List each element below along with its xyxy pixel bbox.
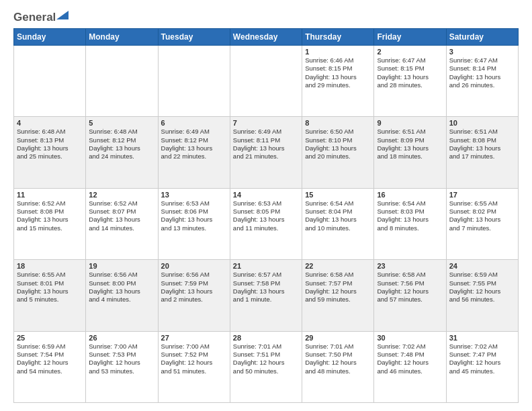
calendar-cell: 18Sunrise: 6:55 AMSunset: 8:01 PMDayligh… bbox=[14, 260, 86, 331]
day-info: Daylight: 12 hours bbox=[17, 359, 83, 367]
day-info: Daylight: 13 hours bbox=[161, 144, 227, 152]
day-info: and 15 minutes. bbox=[17, 224, 83, 232]
calendar-cell: 3Sunrise: 6:47 AMSunset: 8:14 PMDaylight… bbox=[446, 46, 518, 117]
day-info: Sunset: 8:10 PM bbox=[305, 136, 371, 144]
day-info: Daylight: 13 hours bbox=[89, 287, 154, 295]
day-info: Sunset: 8:01 PM bbox=[17, 279, 83, 287]
calendar-cell: 7Sunrise: 6:49 AMSunset: 8:11 PMDaylight… bbox=[230, 117, 302, 188]
day-info: Sunrise: 7:00 AM bbox=[161, 342, 227, 351]
day-info: Daylight: 12 hours bbox=[449, 359, 515, 367]
weekday-header-friday: Friday bbox=[374, 29, 446, 46]
day-info: Sunrise: 6:53 AM bbox=[233, 199, 299, 208]
day-info: Sunset: 7:51 PM bbox=[233, 351, 299, 359]
day-number: 28 bbox=[233, 334, 299, 342]
day-info: Sunrise: 6:48 AM bbox=[89, 128, 154, 136]
day-number: 21 bbox=[233, 262, 299, 270]
calendar-cell: 30Sunrise: 7:02 AMSunset: 7:48 PMDayligh… bbox=[374, 331, 446, 402]
day-info: Daylight: 12 hours bbox=[377, 359, 443, 367]
day-info: Sunrise: 6:55 AM bbox=[449, 199, 515, 208]
calendar-cell: 9Sunrise: 6:51 AMSunset: 8:09 PMDaylight… bbox=[374, 117, 446, 188]
day-info: Sunset: 7:55 PM bbox=[449, 279, 515, 287]
day-info: and 1 minute. bbox=[233, 295, 299, 304]
day-info: Sunrise: 6:50 AM bbox=[305, 128, 371, 136]
day-info: Sunset: 8:00 PM bbox=[89, 279, 154, 287]
day-info: Sunset: 8:06 PM bbox=[161, 208, 227, 216]
day-info: Sunrise: 6:52 AM bbox=[17, 199, 83, 208]
day-number: 29 bbox=[305, 334, 371, 342]
day-info: Sunrise: 7:00 AM bbox=[89, 342, 154, 351]
day-info: Sunrise: 7:01 AM bbox=[233, 342, 299, 351]
calendar-cell: 11Sunrise: 6:52 AMSunset: 8:08 PMDayligh… bbox=[14, 188, 86, 259]
day-info: Sunset: 8:12 PM bbox=[89, 136, 154, 144]
day-info: Sunset: 8:15 PM bbox=[377, 64, 443, 73]
logo: General bbox=[13, 11, 69, 23]
weekday-header-sunday: Sunday bbox=[14, 29, 86, 46]
day-info: Sunset: 7:54 PM bbox=[17, 351, 83, 359]
day-info: Daylight: 13 hours bbox=[305, 73, 371, 81]
day-number: 30 bbox=[377, 334, 443, 342]
day-info: Sunset: 8:11 PM bbox=[233, 136, 299, 144]
day-number: 10 bbox=[449, 119, 515, 127]
calendar-cell: 27Sunrise: 7:00 AMSunset: 7:52 PMDayligh… bbox=[158, 331, 230, 402]
day-info: Sunset: 8:04 PM bbox=[305, 208, 371, 216]
weekday-header-tuesday: Tuesday bbox=[158, 29, 230, 46]
day-info: Daylight: 12 hours bbox=[305, 359, 371, 367]
day-number: 23 bbox=[377, 262, 443, 270]
calendar-cell bbox=[14, 46, 86, 117]
day-info: Sunset: 7:59 PM bbox=[161, 279, 227, 287]
calendar-cell: 21Sunrise: 6:57 AMSunset: 7:58 PMDayligh… bbox=[230, 260, 302, 331]
day-info: Daylight: 12 hours bbox=[305, 287, 371, 295]
day-info: Daylight: 13 hours bbox=[89, 216, 154, 224]
calendar-cell: 26Sunrise: 7:00 AMSunset: 7:53 PMDayligh… bbox=[86, 331, 158, 402]
day-number: 19 bbox=[89, 262, 154, 270]
calendar-cell: 22Sunrise: 6:58 AMSunset: 7:57 PMDayligh… bbox=[302, 260, 374, 331]
day-info: Daylight: 13 hours bbox=[377, 73, 443, 81]
calendar-cell: 13Sunrise: 6:53 AMSunset: 8:06 PMDayligh… bbox=[158, 188, 230, 259]
calendar-cell bbox=[86, 46, 158, 117]
day-info: Sunrise: 6:56 AM bbox=[161, 271, 227, 279]
calendar-week-1: 1Sunrise: 6:46 AMSunset: 8:15 PMDaylight… bbox=[14, 46, 519, 117]
calendar-cell: 29Sunrise: 7:01 AMSunset: 7:50 PMDayligh… bbox=[302, 331, 374, 402]
day-info: Daylight: 13 hours bbox=[161, 216, 227, 224]
day-number: 18 bbox=[17, 262, 83, 270]
weekday-header-thursday: Thursday bbox=[302, 29, 374, 46]
calendar-cell: 31Sunrise: 7:02 AMSunset: 7:47 PMDayligh… bbox=[446, 331, 518, 402]
day-info: and 28 minutes. bbox=[377, 81, 443, 89]
day-info: Sunrise: 6:57 AM bbox=[233, 271, 299, 279]
day-info: and 21 minutes. bbox=[233, 152, 299, 161]
day-number: 2 bbox=[377, 48, 443, 56]
calendar-cell: 14Sunrise: 6:53 AMSunset: 8:05 PMDayligh… bbox=[230, 188, 302, 259]
calendar-cell: 28Sunrise: 7:01 AMSunset: 7:51 PMDayligh… bbox=[230, 331, 302, 402]
day-info: Daylight: 13 hours bbox=[17, 216, 83, 224]
day-info: Sunrise: 6:59 AM bbox=[449, 271, 515, 279]
day-info: Daylight: 13 hours bbox=[377, 216, 443, 224]
day-number: 8 bbox=[305, 119, 371, 127]
day-info: Sunset: 8:15 PM bbox=[305, 64, 371, 73]
day-info: and 4 minutes. bbox=[89, 295, 154, 304]
day-info: Daylight: 13 hours bbox=[233, 144, 299, 152]
day-info: Sunrise: 7:01 AM bbox=[305, 342, 371, 351]
day-info: and 56 minutes. bbox=[449, 295, 515, 304]
calendar-cell bbox=[158, 46, 230, 117]
day-number: 11 bbox=[17, 191, 83, 199]
day-info: Sunset: 7:56 PM bbox=[377, 279, 443, 287]
day-info: Daylight: 13 hours bbox=[449, 144, 515, 152]
day-info: Sunset: 7:58 PM bbox=[233, 279, 299, 287]
day-number: 5 bbox=[89, 119, 154, 127]
day-info: Daylight: 13 hours bbox=[17, 144, 83, 152]
day-number: 16 bbox=[377, 191, 443, 199]
day-info: and 57 minutes. bbox=[377, 295, 443, 304]
weekday-header-row: SundayMondayTuesdayWednesdayThursdayFrid… bbox=[14, 29, 519, 46]
day-info: and 2 minutes. bbox=[161, 295, 227, 304]
day-number: 26 bbox=[89, 334, 154, 342]
weekday-header-monday: Monday bbox=[86, 29, 158, 46]
day-info: Sunrise: 6:56 AM bbox=[89, 271, 154, 279]
day-info: Sunrise: 6:58 AM bbox=[305, 271, 371, 279]
calendar-cell: 17Sunrise: 6:55 AMSunset: 8:02 PMDayligh… bbox=[446, 188, 518, 259]
day-number: 14 bbox=[233, 191, 299, 199]
day-number: 17 bbox=[449, 191, 515, 199]
calendar-cell: 25Sunrise: 6:59 AMSunset: 7:54 PMDayligh… bbox=[14, 331, 86, 402]
calendar-week-5: 25Sunrise: 6:59 AMSunset: 7:54 PMDayligh… bbox=[14, 331, 519, 402]
day-info: Daylight: 13 hours bbox=[17, 287, 83, 295]
day-info: Sunrise: 6:54 AM bbox=[377, 199, 443, 208]
